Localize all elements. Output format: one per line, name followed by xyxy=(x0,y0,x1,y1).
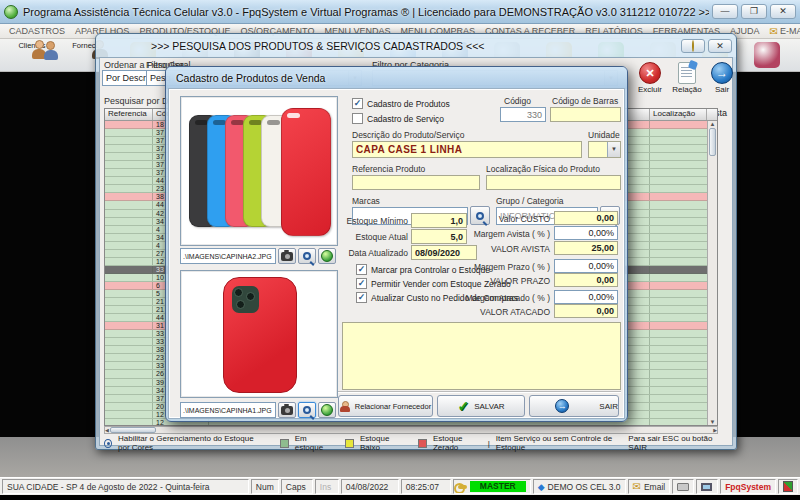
unidade-label: Unidade xyxy=(588,130,620,140)
hscroll-thumb[interactable] xyxy=(110,427,156,433)
load-image-button[interactable] xyxy=(318,402,336,418)
status-user: MASTER xyxy=(453,479,531,494)
descricao-label: Descrição do Produto/Serviço xyxy=(352,130,464,140)
magnifier-icon xyxy=(303,252,311,260)
magnifier-icon xyxy=(303,406,311,414)
codigo-barras-label: Código de Barras xyxy=(552,96,618,106)
delete-button[interactable]: ✕ Excluir xyxy=(634,62,666,94)
status-ins: Ins xyxy=(315,479,339,494)
toolbar-clientes-button[interactable]: Clientes xyxy=(8,40,56,50)
help-bulb-button[interactable] xyxy=(681,39,705,53)
checkbox-cadastro-servico[interactable]: ✓ Cadastro de Serviço xyxy=(352,113,444,124)
user-badge: MASTER xyxy=(470,481,526,492)
codigo-field[interactable]: 330 xyxy=(500,107,546,122)
notes-area[interactable] xyxy=(342,322,621,390)
app-icon xyxy=(4,5,18,19)
report-button[interactable]: Relação xyxy=(671,62,703,94)
close-button[interactable]: ✕ xyxy=(770,4,796,19)
image2-path-row: .\IMAGENS\CAPINHA1.JPG xyxy=(180,402,336,418)
estoque-minimo-label: Estoque Mínimo xyxy=(338,216,408,226)
bulb-icon xyxy=(692,40,694,52)
unidade-select[interactable]: ▼ xyxy=(588,141,621,158)
status-monitor[interactable] xyxy=(696,479,718,494)
valor-prazo-field[interactable]: 0,00 xyxy=(554,273,618,287)
search-window-titlebar: >>> PESQUISA DOS PRODUTOS & SERVIÇOS CAD… xyxy=(96,34,736,57)
relacionar-fornecedor-button[interactable]: Relacionar Fornecedor xyxy=(338,395,433,417)
checkbox-cadastro-produtos[interactable]: ✓ Cadastro de Produtos xyxy=(352,98,450,109)
estoque-atual-label: Estoque Atual xyxy=(338,232,408,242)
col-localizacao: Localização xyxy=(650,109,707,120)
delete-x-icon: ✕ xyxy=(639,62,661,84)
image1-path-field[interactable]: .\IMAGENS\CAPINHA2.JPG xyxy=(180,248,276,264)
gem-icon: ◆ xyxy=(538,482,545,492)
descricao-field[interactable]: CAPA CASE 1 LINHA xyxy=(352,141,582,158)
minimize-button[interactable]: — xyxy=(712,4,738,19)
margem-avista-label: Margem Avista ( % ) xyxy=(432,229,550,239)
load-image-button[interactable] xyxy=(318,248,336,264)
person-icon xyxy=(340,401,350,412)
envelope-icon: ✉ xyxy=(633,481,641,492)
dialog-title: Cadastro de Produtos de Venda xyxy=(176,72,325,84)
vertical-scrollbar[interactable]: ▲ ▼ xyxy=(707,121,717,425)
product-image-2 xyxy=(180,270,338,398)
legend-toggle-icon[interactable] xyxy=(104,439,112,448)
product-dialog: Cadastro de Produtos de Venda .\IMAGENS\… xyxy=(165,66,628,422)
status-brand: FpqSystem xyxy=(720,479,776,494)
status-app xyxy=(778,479,798,494)
status-printer[interactable] xyxy=(672,479,694,494)
legend-separator: | xyxy=(488,439,490,448)
exit-button[interactable]: → Sair xyxy=(706,62,738,94)
valor-atacado-label: VALOR ATACADO xyxy=(432,307,550,317)
margem-prazo-field[interactable]: 0,00% xyxy=(554,259,618,273)
scroll-right-icon[interactable]: ▶ xyxy=(713,427,717,433)
red-case-image xyxy=(223,277,297,393)
valor-custo-field[interactable]: 0,00 xyxy=(554,211,618,225)
chevron-down-icon[interactable]: ▼ xyxy=(607,142,620,157)
exit-arrow-icon: → xyxy=(555,399,569,413)
search-window-close-button[interactable]: ✕ xyxy=(708,39,732,53)
status-num: Num xyxy=(251,479,279,494)
zoom-image-button[interactable] xyxy=(298,248,316,264)
valor-custo-label: Valor CUSTO xyxy=(432,214,550,224)
sair-button[interactable]: → SAIR xyxy=(529,395,619,417)
maximize-button[interactable]: ❐ xyxy=(741,4,767,19)
image2-path-field[interactable]: .\IMAGENS\CAPINHA1.JPG xyxy=(180,402,276,418)
screen-footer xyxy=(0,495,800,500)
scroll-left-icon[interactable]: ◀ xyxy=(105,427,109,433)
stock-legend: Habilitar o Gerenciamento do Estoque por… xyxy=(104,437,718,449)
product-image-1 xyxy=(180,96,338,246)
scroll-down-icon[interactable]: ▼ xyxy=(708,419,717,425)
camera-icon xyxy=(281,406,293,415)
scroll-thumb[interactable] xyxy=(709,128,716,156)
localizacao-fisica-label: Localização Física do Produto xyxy=(486,164,600,174)
menu-cadastros[interactable]: CADASTROS xyxy=(4,26,70,36)
zoom-image-button[interactable] xyxy=(298,402,316,418)
separator-line xyxy=(338,391,621,392)
valor-avista-field[interactable]: 25,00 xyxy=(554,241,618,255)
status-location: SUA CIDADE - SP 4 de Agosto de 2022 - Qu… xyxy=(2,479,249,494)
col-scroll-gap xyxy=(707,109,717,120)
scroll-up-icon[interactable]: ▲ xyxy=(708,121,717,127)
dialog-titlebar[interactable]: Cadastro de Produtos de Venda xyxy=(166,67,627,89)
referencia-field[interactable] xyxy=(352,175,480,190)
localizacao-fisica-field[interactable] xyxy=(486,175,621,190)
valor-avista-label: VALOR AVISTA xyxy=(432,244,550,254)
dialog-body: .\IMAGENS\CAPINHA2.JPG .\IMAGENS\CAPINHA… xyxy=(169,89,624,418)
margem-avista-field[interactable]: 0,00% xyxy=(554,226,618,240)
margem-atacado-field[interactable]: 0,00% xyxy=(554,290,618,304)
exit-hint: Para sair ESC ou botão SAIR xyxy=(628,434,718,452)
status-email[interactable]: ✉ Email xyxy=(628,479,671,494)
marcas-label: Marcas xyxy=(352,196,380,206)
horizontal-scrollbar[interactable]: ◀ ▶ xyxy=(104,426,718,434)
menu-email[interactable]: ✉E-MAIL xyxy=(765,26,800,37)
salvar-button[interactable]: ✓ SALVAR xyxy=(437,395,525,417)
monitor-icon xyxy=(701,483,712,491)
valor-atacado-field[interactable]: 0,00 xyxy=(554,304,618,318)
status-date: 04/08/2022 xyxy=(341,479,399,494)
users-red-icon[interactable] xyxy=(754,42,780,68)
zero-stock-label: Estoque Zerado xyxy=(433,434,482,452)
capture-image-button[interactable] xyxy=(278,248,296,264)
capture-image-button[interactable] xyxy=(278,402,296,418)
codigo-barras-field[interactable] xyxy=(550,107,621,122)
status-time: 08:25:07 xyxy=(401,479,451,494)
